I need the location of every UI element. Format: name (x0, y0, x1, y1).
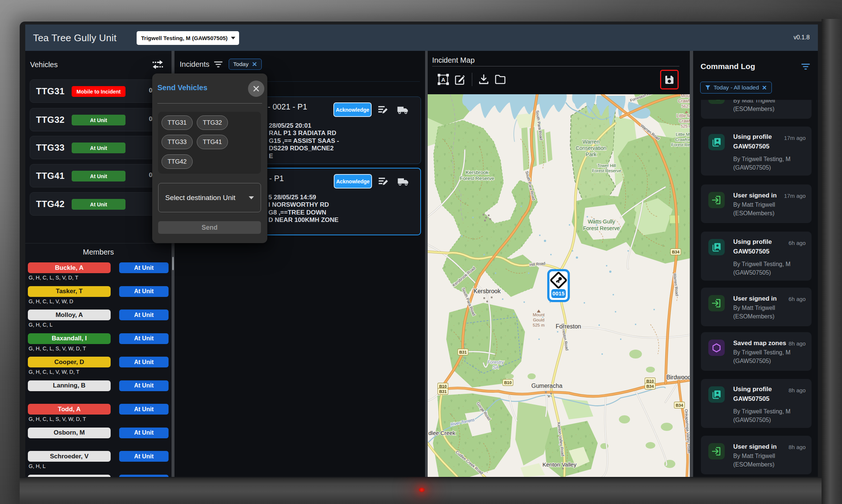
incident-title: - P1 (269, 174, 284, 183)
member-name-pill: Molloy, A (28, 310, 111, 320)
send-button[interactable]: Send (158, 221, 261, 234)
member-name-pill: Todd, A (28, 404, 111, 415)
map-label: Park (586, 151, 597, 157)
command-log-filter-chip[interactable]: Today - All loaded ✕ (700, 82, 772, 94)
incident-notes-icon[interactable] (377, 104, 389, 117)
log-entry[interactable]: User signed in 6h ago By Matt Trigwell(E… (701, 288, 812, 326)
member-status-badge[interactable]: At Unit (119, 475, 169, 477)
command-log-list[interactable]: User signed in By Matt Trigwell(ESOMembe… (693, 100, 818, 477)
vehicle-chip[interactable]: TTG33 (161, 135, 193, 149)
send-vehicles-icon[interactable] (152, 60, 163, 69)
incident-map-title: Incident Map (432, 56, 475, 65)
select-area-icon[interactable]: A (436, 72, 451, 87)
member-name-pill: Buckle, A (28, 262, 111, 273)
log-entry[interactable]: Using profile GAW507505 17m ago By Trigw… (701, 127, 812, 176)
vehicle-row[interactable]: TTG32 At Unit 0 (30, 108, 168, 131)
route-badge-label: B31 (439, 389, 447, 394)
member-status-badge[interactable]: At Unit (119, 380, 169, 391)
incidents-filter-chip[interactable]: Today ✕ (229, 59, 262, 70)
acknowledge-button[interactable]: Acknowledge (333, 102, 372, 117)
member-qualifications: G, H, C, L, S, V, W, D, T (29, 416, 86, 422)
save-map-highlight (660, 70, 679, 89)
member-status-badge[interactable]: At Unit (119, 262, 169, 273)
member-status-badge[interactable]: At Unit (119, 310, 169, 320)
caret-down-icon (249, 196, 254, 199)
members-scrollbar[interactable] (172, 257, 174, 270)
log-entry-author: By Trigwell Testing, M(GAW507505) (733, 155, 790, 172)
app-header: Tea Tree Gully Unit Trigwell Testing, M … (25, 24, 818, 51)
member-status-badge[interactable]: At Unit (119, 286, 169, 297)
download-icon[interactable] (476, 72, 491, 87)
log-entry-title: Saved map zones (733, 338, 790, 348)
select-placeholder: Select destination Unit (165, 194, 235, 202)
member-qualifications: G, H, C, L, S, V, D, T (29, 275, 78, 281)
incident-details: 28/05/25 20:01 RAL P1 3 RADIATA RD G15 ,… (269, 122, 339, 160)
route-badge: B34 (674, 402, 685, 408)
log-entry-time: 8h ago (789, 444, 806, 450)
destination-unit-select[interactable]: Select destination Unit (158, 183, 261, 212)
chip-close-icon[interactable]: ✕ (762, 84, 767, 91)
vehicle-status-badge: At Unit (72, 199, 125, 210)
log-entry-title: Using profile GAW507505 (733, 237, 790, 256)
member-status-badge[interactable]: At Unit (119, 404, 169, 415)
map-label: Conservation (576, 145, 607, 151)
profile-selector[interactable]: Trigwell Testing, M (GAW507505) (137, 31, 239, 45)
log-entry[interactable]: User signed in 8h ago By Matt Trigwell(E… (701, 436, 812, 474)
log-entry-author: By Matt Trigwell(ESOMembers) (733, 304, 775, 321)
log-entry[interactable]: Saved map zones 8h ago By Trigwell Testi… (701, 332, 812, 371)
route-badge: B10 (503, 379, 513, 386)
log-entry[interactable]: User signed in By Matt Trigwell(ESOMembe… (701, 100, 812, 119)
save-map-icon[interactable] (664, 74, 675, 85)
member-status-badge[interactable]: At Unit (119, 333, 169, 344)
member-status-badge[interactable]: At Unit (119, 357, 169, 367)
monitor-right-edge (822, 19, 842, 504)
map-label: Crawfor (678, 98, 690, 104)
vehicle-chip[interactable]: TTG41 (197, 135, 228, 149)
command-log-filter-icon[interactable] (801, 63, 810, 70)
map-title-divider (432, 66, 679, 66)
filter-icon[interactable] (213, 60, 223, 68)
vehicle-row[interactable]: TTG42 At Unit (30, 192, 168, 216)
zones-icon (708, 340, 725, 356)
log-entry-time: 8h ago (789, 387, 806, 393)
vehicle-chip[interactable]: TTG31 (161, 115, 193, 130)
acknowledge-button[interactable]: Acknowledge (334, 174, 372, 189)
modal-close-button[interactable] (248, 81, 264, 97)
vehicle-chip[interactable]: TTG32 (197, 115, 228, 130)
toolbar-divider (472, 73, 472, 86)
vehicle-row[interactable]: TTG31 Mobile to Incident 0 (30, 79, 168, 103)
log-entry-author: By Matt Trigwell(ESOMembers) (733, 452, 775, 469)
edit-map-icon[interactable] (452, 72, 467, 87)
incident-notes-icon[interactable] (377, 176, 390, 188)
command-log-panel: Command Log Today - All loaded ✕ User si… (693, 51, 818, 477)
vehicle-row[interactable]: TTG41 At Unit 0 (30, 164, 168, 187)
signin-icon (708, 100, 725, 104)
divider-map-commandlog (690, 51, 693, 477)
member-qualifications: G, H, C, L, S, V, W, D, T (29, 346, 86, 351)
log-entry[interactable]: Using profile GAW507505 8h ago By Trigwe… (701, 379, 812, 428)
incident-truck-icon[interactable] (396, 104, 409, 117)
log-entry-time: 17m ago (784, 193, 806, 199)
incident-truck-icon[interactable] (397, 176, 409, 188)
route-badge: B34 (670, 249, 681, 255)
svg-text:A: A (441, 76, 446, 83)
map-label: Crawfo (679, 118, 690, 124)
vehicle-chip[interactable]: TTG42 (161, 154, 193, 169)
member-status-badge[interactable]: At Unit (119, 451, 169, 462)
incident-marker[interactable]: 0015 (547, 269, 570, 302)
power-led (419, 488, 425, 492)
map-label: Kersbrook (466, 170, 489, 175)
chip-close-icon[interactable]: ✕ (252, 61, 257, 68)
map-canvas[interactable]: South Para Road South Para Road South Pa… (428, 94, 690, 477)
folder-icon[interactable] (493, 72, 508, 87)
version-label: v0.1.8 (793, 34, 810, 41)
route-badge-label: B34 (646, 384, 654, 389)
vehicle-status-badge: At Unit (72, 171, 125, 181)
app-title: Tea Tree Gully Unit (33, 32, 117, 44)
log-entry[interactable]: User signed in 17m ago By Matt Trigwell(… (701, 184, 812, 223)
log-entry[interactable]: Using profile GAW507505 6h ago By Trigwe… (701, 232, 812, 281)
member-status-badge[interactable]: At Unit (119, 428, 169, 438)
vehicles-title: Vehicles (30, 60, 58, 69)
vehicle-row[interactable]: TTG33 At Unit (30, 136, 168, 159)
member-name-pill: Baxandall, I (28, 333, 111, 344)
